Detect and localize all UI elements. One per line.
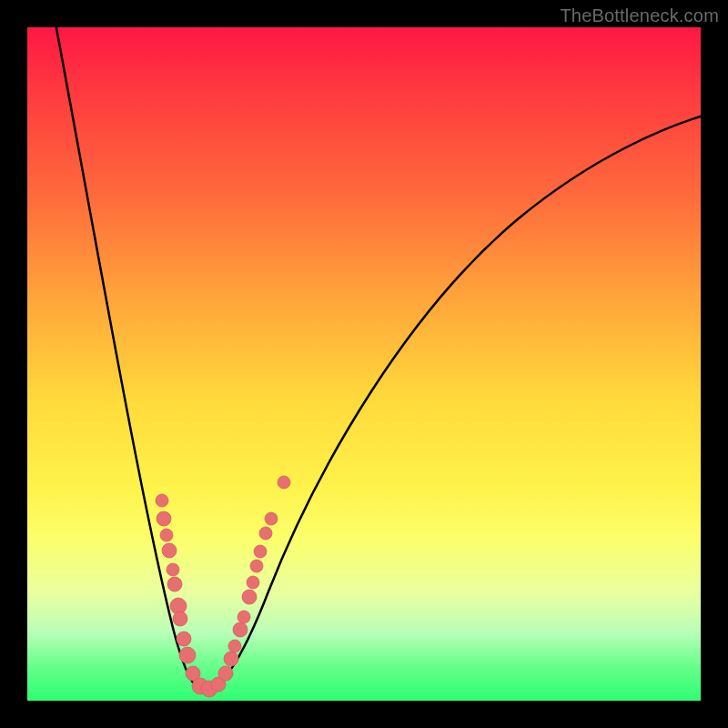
data-dot [250,560,263,572]
data-dot [224,652,238,666]
data-dot [242,590,257,604]
chart-frame [27,27,701,701]
data-dot [228,640,241,652]
data-dot [233,622,248,637]
chart-svg [27,27,701,701]
curve-right [205,111,701,692]
data-dot [278,476,290,489]
curve-left [55,27,205,692]
data-dot [157,511,171,526]
data-dot [179,647,196,663]
data-dot [218,666,233,681]
data-dot [254,545,267,558]
data-dot [167,577,182,592]
data-dot [238,611,250,623]
data-dot [160,529,173,541]
data-dot [259,527,272,540]
data-dot [167,563,179,576]
data-dot [247,576,259,589]
data-dot [162,543,177,558]
data-dot [177,632,191,646]
data-dot [265,512,278,525]
watermark-text: TheBottleneck.com [560,5,719,26]
data-dot [173,612,187,626]
data-dot [156,494,168,507]
